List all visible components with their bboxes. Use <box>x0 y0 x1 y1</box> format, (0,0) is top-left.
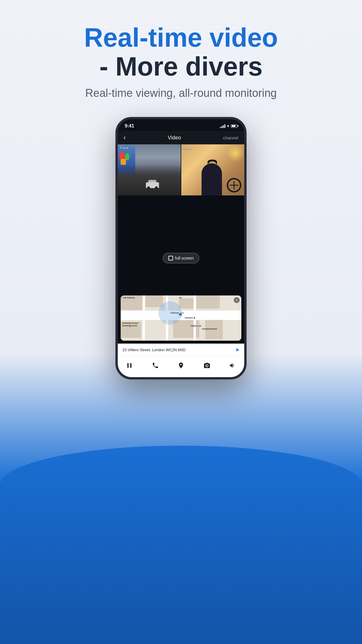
navigation-bar: ‹ Video channel <box>118 131 244 144</box>
map-embankment-label: Embankment <box>202 328 217 330</box>
title-line2: - More divers <box>84 52 278 81</box>
full-screen-button[interactable]: full screen <box>163 253 199 263</box>
volume-icon <box>229 362 236 369</box>
map-container: nal Gallery Jo Charing Cro Charing Cross… <box>121 295 241 341</box>
car-ahead <box>146 179 159 188</box>
phone-mockup: 9:41 ▾ ‹ Video channel <box>115 117 247 379</box>
full-screen-label: full screen <box>175 256 194 260</box>
video-area: Front Front <box>118 144 244 344</box>
nav-title: Video <box>168 135 181 141</box>
location-button[interactable] <box>175 360 187 371</box>
feed-left-label: Front <box>120 146 128 150</box>
navigate-icon[interactable]: ➤ <box>235 346 240 353</box>
channel-button[interactable]: channel <box>223 135 238 140</box>
subtitle: Real-time viewing, all-round monitoring <box>84 87 278 99</box>
location-icon <box>178 362 184 369</box>
video-feed-left[interactable]: Front <box>118 144 181 195</box>
header-section: Real-time video - More divers Real-time … <box>84 23 278 99</box>
sun-glare <box>227 144 244 162</box>
pause-icon <box>126 362 133 369</box>
title-line1: Real-time video <box>84 23 278 52</box>
battery-icon <box>231 125 237 128</box>
wifi-icon: ▾ <box>227 124 229 128</box>
fullscreen-icon <box>168 256 173 260</box>
svg-rect-1 <box>130 363 131 368</box>
call-button[interactable] <box>150 360 161 371</box>
video-feeds-container: Front Front <box>118 144 244 195</box>
phone-screen: 9:41 ▾ ‹ Video channel <box>115 117 247 379</box>
svg-rect-0 <box>127 363 129 368</box>
blue-wave-bg <box>0 446 362 644</box>
signal-icon <box>220 124 225 128</box>
status-time: 9:41 <box>125 123 134 129</box>
map-underground-label: Charing CrossUnderground <box>122 322 138 327</box>
map-gallery-label: nal Gallery <box>123 296 135 299</box>
steering-wheel <box>227 178 241 192</box>
video-feed-right[interactable]: Front <box>181 144 244 195</box>
camera-icon <box>203 362 210 369</box>
map-jo-label: Jo <box>179 296 182 299</box>
map-close-button[interactable]: × <box>234 297 240 303</box>
wave-pattern <box>0 446 362 644</box>
map-area[interactable]: nal Gallery Jo Charing Cro Charing Cross… <box>121 295 241 341</box>
person-body <box>202 163 222 195</box>
call-icon <box>152 362 159 369</box>
driver-scene <box>181 144 244 195</box>
pause-button[interactable] <box>124 360 135 371</box>
map-heaven-label: Heaven ■ <box>185 316 195 319</box>
map-villiers-label: Villiers St <box>191 325 201 327</box>
status-icons: ▾ <box>220 124 237 128</box>
back-button[interactable]: ‹ <box>124 134 126 141</box>
bottom-toolbar <box>118 356 244 377</box>
address-text: 23 Villiers Street, London WC2N 6ND <box>122 348 186 352</box>
camera-button[interactable] <box>201 360 213 371</box>
road-scene <box>118 144 181 195</box>
feed-right-label: Front <box>184 146 192 150</box>
address-bar: 23 Villiers Street, London WC2N 6ND ➤ <box>118 344 244 356</box>
volume-button[interactable] <box>227 360 238 371</box>
map-location-pin <box>178 312 182 316</box>
status-bar: 9:41 ▾ <box>118 119 244 131</box>
